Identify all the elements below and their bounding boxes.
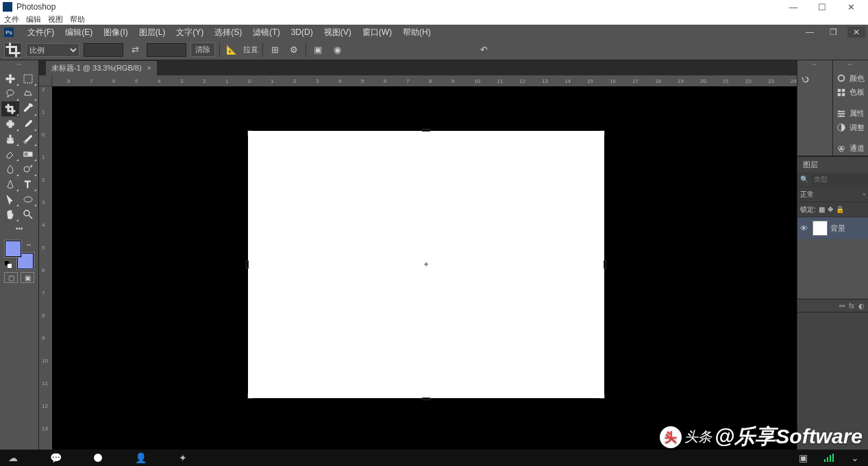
- eraser-tool[interactable]: [1, 147, 19, 162]
- crop-handle-mid-left[interactable]: [246, 260, 249, 269]
- workspace-restore-button[interactable]: ❐: [824, 27, 842, 38]
- panel-color[interactable]: 颜色: [834, 71, 867, 86]
- standard-mode-icon[interactable]: ▢: [4, 272, 18, 283]
- layer-thumbnail[interactable]: [813, 221, 828, 236]
- blend-mode-select[interactable]: 正常: [800, 190, 860, 199]
- person-icon[interactable]: 👤: [133, 450, 148, 465]
- menu-view[interactable]: 视图(V): [324, 27, 351, 38]
- quickmask-mode-icon[interactable]: ▣: [21, 272, 34, 283]
- layer-filter-input[interactable]: [811, 174, 868, 185]
- path-select-tool[interactable]: [1, 192, 19, 207]
- crop-handle-top-right[interactable]: [599, 130, 605, 136]
- ratio-select[interactable]: 比例: [26, 43, 79, 57]
- menu-help[interactable]: 帮助(H): [403, 27, 431, 38]
- screen-icon[interactable]: ▣: [795, 450, 810, 465]
- crop-handle-top-left[interactable]: [247, 130, 253, 136]
- layers-tab[interactable]: 图层: [803, 160, 818, 170]
- close-tab-icon[interactable]: ×: [147, 64, 151, 72]
- crop-tool-indicator-icon[interactable]: [4, 42, 22, 58]
- layer-item[interactable]: 👁 背景: [797, 217, 868, 239]
- menu-filter[interactable]: 滤镜(T): [253, 27, 280, 38]
- brush-tool[interactable]: [19, 116, 37, 132]
- panel-properties[interactable]: 属性: [834, 106, 867, 121]
- lasso-tool[interactable]: [1, 86, 19, 101]
- maximize-button[interactable]: ☐: [808, 0, 836, 14]
- drag-handle-icon[interactable]: ••: [0, 62, 38, 67]
- content-aware-icon[interactable]: ◉: [330, 42, 345, 58]
- menu-type[interactable]: 文字(Y): [176, 27, 203, 38]
- swap-colors-icon[interactable]: ↔: [25, 241, 32, 248]
- menu-window[interactable]: 窗口(W): [362, 27, 392, 38]
- reset-icon[interactable]: ↶: [476, 42, 491, 58]
- os-menu-view[interactable]: 视图: [48, 14, 63, 25]
- default-colors-icon[interactable]: [5, 261, 12, 268]
- crop-handle-bottom-mid[interactable]: [422, 397, 430, 400]
- close-button[interactable]: ✕: [836, 0, 865, 14]
- lock-pixels-icon[interactable]: ▦: [819, 206, 825, 213]
- workspace-minimize-button[interactable]: —: [801, 27, 819, 38]
- chat-icon[interactable]: 💬: [48, 450, 63, 465]
- crop-settings-icon[interactable]: ⚙: [286, 42, 301, 58]
- crop-handle-top-mid[interactable]: [422, 129, 430, 132]
- record-icon[interactable]: [90, 450, 106, 465]
- workspace-close-button[interactable]: ✕: [847, 27, 865, 38]
- canvas[interactable]: ✦: [248, 131, 604, 398]
- menu-select[interactable]: 选择(S): [214, 27, 242, 38]
- foreground-color[interactable]: [5, 241, 21, 257]
- swap-dimensions-icon[interactable]: ⇄: [127, 42, 142, 58]
- lock-position-icon[interactable]: ✥: [828, 206, 833, 213]
- history-brush-tool[interactable]: [19, 132, 37, 147]
- visibility-icon[interactable]: 👁: [800, 224, 810, 232]
- mask-icon[interactable]: ◐: [858, 302, 865, 310]
- quick-select-tool[interactable]: [19, 86, 37, 101]
- minimize-button[interactable]: —: [779, 0, 808, 14]
- eyedropper-tool[interactable]: [19, 101, 37, 116]
- straighten-icon[interactable]: 📐: [224, 42, 239, 58]
- menu-3d[interactable]: 3D(D): [291, 27, 313, 37]
- crop-marquee[interactable]: ✦: [247, 130, 605, 399]
- crop-width-input[interactable]: [84, 43, 123, 57]
- blur-tool[interactable]: [1, 162, 19, 177]
- panel-channels[interactable]: 通道: [834, 142, 867, 156]
- menu-image[interactable]: 图像(I): [103, 27, 127, 38]
- link-layers-icon[interactable]: ⚯: [839, 302, 845, 310]
- crop-handle-bottom-left[interactable]: [247, 393, 253, 399]
- menu-file[interactable]: 文件(F): [27, 27, 54, 38]
- lock-all-icon[interactable]: 🔒: [836, 206, 844, 213]
- shape-tool[interactable]: [19, 192, 37, 207]
- crop-height-input[interactable]: [147, 43, 186, 57]
- gradient-tool[interactable]: [19, 147, 37, 162]
- fx-icon[interactable]: fx: [849, 302, 854, 310]
- hand-tool[interactable]: [1, 207, 19, 222]
- chevron-down-icon[interactable]: ⌄: [847, 450, 863, 465]
- os-menu-help[interactable]: 帮助: [70, 14, 85, 25]
- clear-button[interactable]: 清除: [190, 42, 215, 57]
- color-swatches[interactable]: ↔: [5, 241, 34, 269]
- cloud-icon[interactable]: ☁: [5, 450, 21, 465]
- crop-tool[interactable]: [1, 101, 19, 116]
- os-menu-edit[interactable]: 编辑: [26, 14, 41, 25]
- clone-stamp-tool[interactable]: [1, 132, 19, 147]
- os-menu-file[interactable]: 文件: [4, 14, 19, 25]
- healing-tool[interactable]: [1, 116, 19, 132]
- zoom-tool[interactable]: [19, 207, 37, 222]
- target-icon[interactable]: ✦: [175, 450, 190, 465]
- move-tool[interactable]: [1, 71, 19, 86]
- ruler-vertical[interactable]: 21012345678910111213: [39, 86, 52, 450]
- overlay-grid-icon[interactable]: ⊞: [267, 42, 282, 58]
- document-tab[interactable]: 未标题-1 @ 33.3%(RGB/8) ×: [46, 61, 157, 75]
- dodge-tool[interactable]: [19, 162, 37, 177]
- toolbox-more-icon[interactable]: •••: [16, 225, 23, 232]
- pen-tool[interactable]: [1, 177, 19, 192]
- crop-handle-bottom-right[interactable]: [599, 393, 605, 399]
- crop-handle-mid-right[interactable]: [604, 260, 606, 269]
- marquee-tool[interactable]: [19, 71, 37, 86]
- menu-edit[interactable]: 编辑(E): [65, 27, 92, 38]
- ruler-horizontal[interactable]: 8765432101234567891011121314151617181920…: [52, 75, 797, 86]
- panel-adjustments[interactable]: 调整: [834, 121, 867, 135]
- menu-layer[interactable]: 图层(L): [139, 27, 166, 38]
- panel-history-icon[interactable]: [798, 71, 831, 88]
- panel-swatches[interactable]: 色板: [834, 86, 867, 100]
- delete-cropped-icon[interactable]: ▣: [310, 42, 325, 58]
- type-tool[interactable]: T: [19, 177, 37, 192]
